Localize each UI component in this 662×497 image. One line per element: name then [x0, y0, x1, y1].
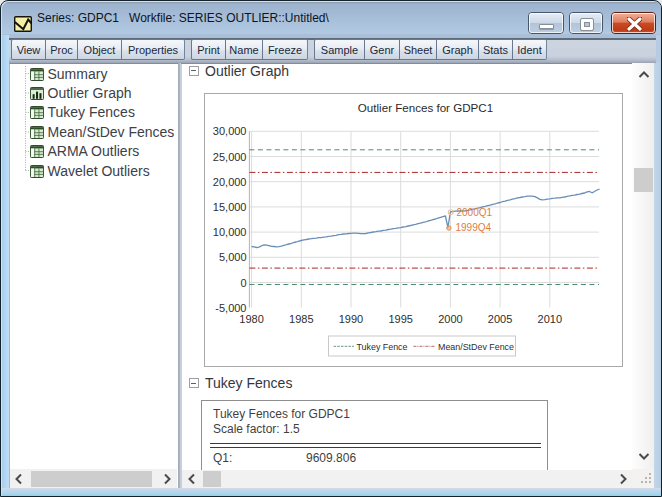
svg-text:1985: 1985 [289, 312, 313, 324]
svg-text:10,000: 10,000 [213, 226, 247, 238]
svg-text:Mean/StDev Fence: Mean/StDev Fence [438, 341, 514, 351]
svg-text:25,000: 25,000 [213, 150, 247, 162]
svg-text:2000Q1: 2000Q1 [457, 206, 493, 217]
svg-text:5,000: 5,000 [219, 251, 247, 263]
svg-text:1995: 1995 [388, 312, 412, 324]
svg-text:Tukey Fence: Tukey Fence [357, 341, 408, 351]
svg-text:15,000: 15,000 [213, 200, 247, 212]
svg-text:1980: 1980 [239, 312, 263, 324]
svg-text:0: 0 [240, 276, 246, 288]
svg-text:2010: 2010 [538, 312, 562, 324]
svg-text:Outlier Fences for GDPC1: Outlier Fences for GDPC1 [358, 100, 493, 113]
svg-text:30,000: 30,000 [213, 125, 247, 137]
svg-text:1990: 1990 [339, 312, 363, 324]
svg-text:1999Q4: 1999Q4 [456, 222, 492, 233]
svg-text:2000: 2000 [438, 312, 462, 324]
svg-text:2005: 2005 [488, 312, 512, 324]
svg-text:20,000: 20,000 [213, 175, 247, 187]
